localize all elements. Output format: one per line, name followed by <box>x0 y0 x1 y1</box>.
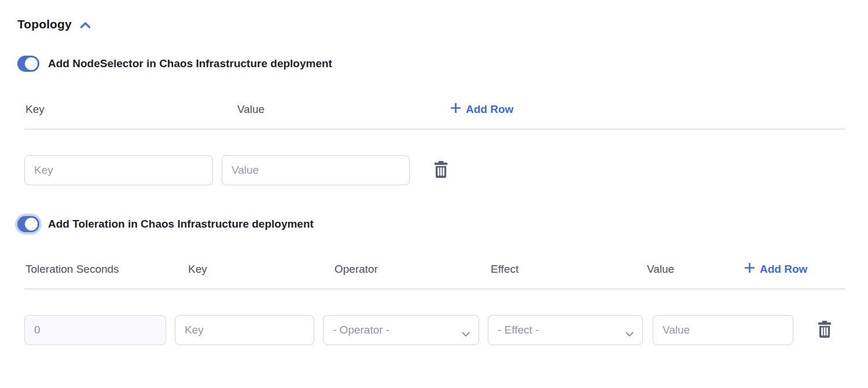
section-header: Topology <box>17 17 845 31</box>
toggle-knob <box>25 218 38 230</box>
chevron-down-icon <box>461 328 470 341</box>
toleration-value-input[interactable] <box>653 315 793 345</box>
nodeselector-add-row-button[interactable]: Add Row <box>451 102 513 117</box>
effect-select[interactable]: - Effect - <box>488 315 643 345</box>
column-header-operator: Operator <box>334 262 378 277</box>
plus-icon <box>745 262 755 277</box>
column-header-key: Key <box>25 102 45 117</box>
nodeselector-value-input[interactable] <box>222 155 410 185</box>
chevron-down-icon <box>625 328 634 341</box>
toleration-table-row: - Operator - - Effect - <box>24 315 845 345</box>
nodeselector-toggle-row: Add NodeSelector in Chaos Infrastructure… <box>17 56 845 72</box>
column-header-toleration-seconds: Toleration Seconds <box>25 262 119 277</box>
trash-icon <box>433 160 449 180</box>
nodeselector-table-row <box>24 155 845 185</box>
add-row-label: Add Row <box>760 262 807 277</box>
trash-icon <box>816 320 833 340</box>
add-row-label: Add Row <box>466 102 513 117</box>
operator-select[interactable]: - Operator - <box>323 315 479 345</box>
toleration-seconds-input[interactable] <box>24 315 166 345</box>
table-header-divider <box>24 288 845 290</box>
nodeselector-toggle-label: Add NodeSelector in Chaos Infrastructure… <box>48 57 332 70</box>
chevron-up-icon[interactable] <box>79 21 91 30</box>
plus-icon <box>451 102 461 117</box>
toleration-toggle-row: Add Toleration in Chaos Infrastructure d… <box>17 216 845 232</box>
nodeselector-toggle[interactable] <box>17 56 39 72</box>
column-header-value: Value <box>237 102 264 117</box>
effect-select-value: - Effect - <box>498 324 539 336</box>
topology-section: Topology Add NodeSelector in Chaos Infra… <box>0 0 868 345</box>
toleration-add-row-button[interactable]: Add Row <box>745 262 807 277</box>
nodeselector-delete-row-button[interactable] <box>433 160 449 180</box>
operator-select-value: - Operator - <box>333 324 389 336</box>
nodeselector-key-input[interactable] <box>24 155 213 185</box>
column-header-key: Key <box>188 262 207 277</box>
column-header-value: Value <box>647 262 674 277</box>
toggle-knob <box>25 57 38 70</box>
toleration-toggle[interactable] <box>17 216 39 232</box>
toleration-table: Toleration Seconds Key Operator Effect V… <box>24 262 845 345</box>
page-title: Topology <box>17 17 72 31</box>
toleration-table-header: Toleration Seconds Key Operator Effect V… <box>24 262 845 277</box>
nodeselector-table-header: Key Value Add Row <box>24 102 845 117</box>
toleration-delete-row-button[interactable] <box>816 320 833 340</box>
toleration-toggle-label: Add Toleration in Chaos Infrastructure d… <box>48 218 314 230</box>
column-header-effect: Effect <box>491 262 518 277</box>
nodeselector-table: Key Value Add Row <box>24 102 845 185</box>
table-header-divider <box>24 129 845 130</box>
toleration-key-input[interactable] <box>175 315 314 345</box>
